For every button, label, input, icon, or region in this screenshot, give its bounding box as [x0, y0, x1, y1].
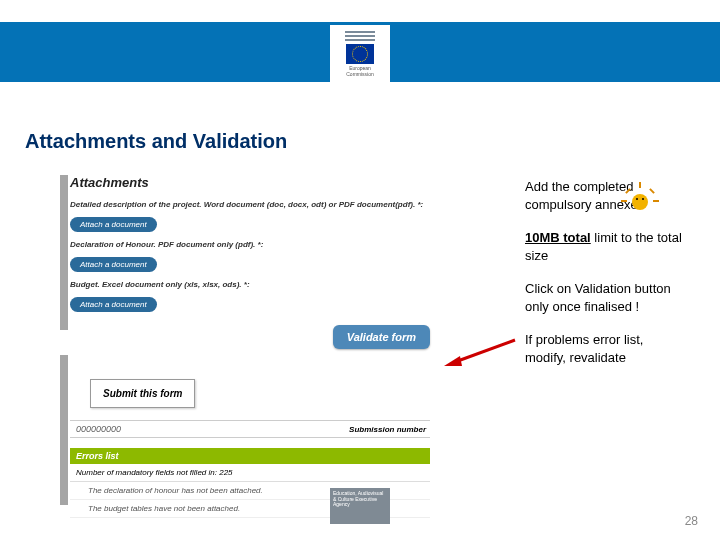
attach-button[interactable]: Attach a document [70, 297, 157, 312]
attach-label: Detailed description of the project. Wor… [70, 200, 430, 209]
eu-flag-icon [346, 44, 374, 64]
page-title: Attachments and Validation [25, 130, 287, 153]
errors-header: Errors list [70, 448, 430, 464]
submission-number-value: 000000000 [70, 424, 340, 434]
svg-marker-1 [444, 356, 462, 366]
page-number: 28 [685, 514, 698, 528]
validate-button[interactable]: Validate form [333, 325, 430, 349]
logo-line2: Commission [346, 71, 374, 77]
submit-button[interactable]: Submit this form [90, 379, 195, 408]
attach-label: Declaration of Honour. PDF document only… [70, 240, 430, 249]
svg-line-0 [455, 340, 515, 362]
note-validate-once: Click on Validation button only once fin… [525, 280, 685, 315]
accent-bar [60, 355, 68, 505]
note-add-annexes: Add the completed compulsory annexes [525, 178, 685, 213]
form-screenshot: Attachments Detailed description of the … [70, 175, 430, 518]
attach-label: Budget. Excel document only (xls, xlsx, … [70, 280, 430, 289]
arrow-icon [440, 338, 520, 368]
submission-number-label: Submission number [340, 425, 430, 434]
attach-button[interactable]: Attach a document [70, 257, 157, 272]
lightbulb-icon [625, 188, 655, 218]
ec-logo: EuropeanCommission [330, 25, 390, 100]
attachments-heading: Attachments [70, 175, 430, 190]
errors-summary: Number of mandatory fields not filled in… [70, 464, 430, 482]
instructions: Add the completed compulsory annexes 10M… [525, 178, 685, 382]
note-size-limit: 10MB total limit to the total size [525, 229, 685, 264]
accent-bar [60, 175, 68, 330]
agency-footer: Education, Audiovisual & Culture Executi… [330, 488, 390, 524]
note-errors: If problems error list, modify, revalida… [525, 331, 685, 366]
attach-button[interactable]: Attach a document [70, 217, 157, 232]
